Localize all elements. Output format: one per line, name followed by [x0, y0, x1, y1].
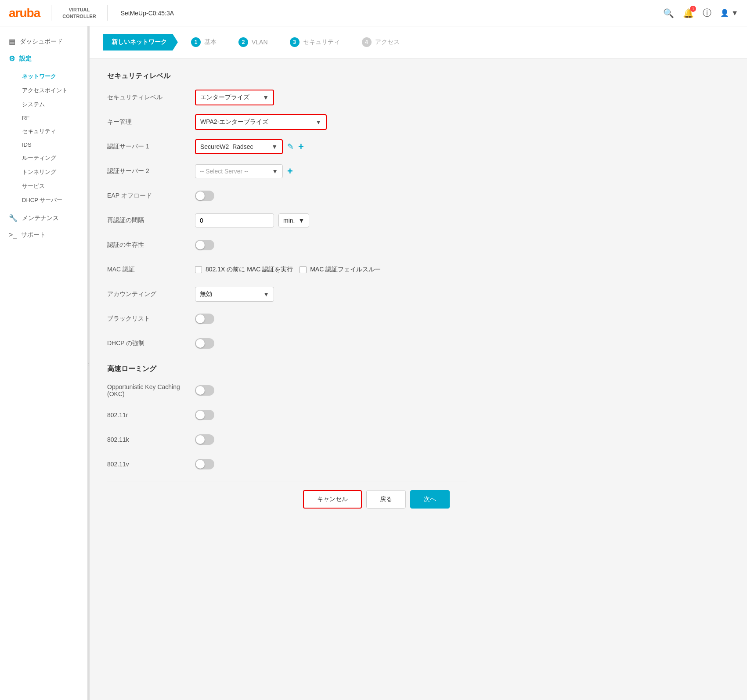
- eap-offload-knob: [196, 191, 205, 200]
- auth-server2-label: 認証サーバー 2: [107, 167, 195, 175]
- dot11k-control: [195, 434, 214, 445]
- sidebar-item-support[interactable]: >_ サポート: [0, 227, 87, 243]
- sidebar-item-tunneling[interactable]: トンネリング: [9, 165, 87, 179]
- form-row-dot11r: 802.11r: [107, 407, 467, 423]
- sidebar-network-label: ネットワーク: [22, 73, 56, 79]
- auth-server1-edit-icon[interactable]: ✎: [287, 142, 294, 152]
- support-icon: >_: [9, 231, 17, 239]
- sidebar-item-security[interactable]: セキュリティ: [9, 124, 87, 138]
- dot11v-label: 802.11v: [107, 461, 195, 468]
- back-button[interactable]: 戻る: [366, 490, 406, 509]
- sidebar-dhcp-label: DHCP サーバー: [22, 197, 62, 203]
- sidebar-sub-settings: ネットワーク アクセスポイント システム RF セキュリティ IDS ルーティン…: [0, 67, 87, 209]
- sidebar-system-label: システム: [22, 101, 45, 108]
- wizard-step-3[interactable]: 3 セキュリティ: [277, 33, 349, 51]
- security-level-control: エンタープライズ ▼: [195, 90, 274, 105]
- sidebar-security-label: セキュリティ: [22, 128, 56, 134]
- form-row-accounting: アカウンティング 無効 ▼: [107, 286, 467, 302]
- search-icon[interactable]: 🔍: [663, 8, 674, 18]
- sidebar-support-label: サポート: [21, 231, 46, 239]
- accounting-label: アカウンティング: [107, 290, 195, 298]
- header-divider2: [107, 5, 108, 21]
- wizard-step4-num: 4: [362, 37, 372, 47]
- dot11r-label: 802.11r: [107, 411, 195, 419]
- mac-auth-failthrough-label: MAC 認証フェイルスルー: [310, 266, 381, 274]
- reauth-unit-select[interactable]: min. ▼: [278, 213, 309, 227]
- blacklist-control: [195, 314, 214, 324]
- dhcp-enforce-control: [195, 338, 214, 349]
- dot11r-toggle[interactable]: [195, 410, 214, 420]
- sidebar-item-maintenance[interactable]: 🔧 メンテナンス: [0, 209, 87, 227]
- security-level-chevron-icon: ▼: [263, 94, 269, 101]
- form-row-eap-offload: EAP オフロード: [107, 188, 467, 204]
- blacklist-toggle[interactable]: [195, 314, 214, 324]
- key-management-label: キー管理: [107, 118, 195, 126]
- form-row-dot11k: 802.11k: [107, 432, 467, 447]
- dot11v-knob: [196, 460, 205, 469]
- reauth-input[interactable]: 0: [195, 213, 274, 227]
- form-row-reauth: 再認証の間隔 0 min. ▼: [107, 213, 467, 228]
- aruba-logo: aruba: [9, 6, 40, 20]
- wizard-step2-num: 2: [238, 37, 248, 47]
- accounting-select[interactable]: 無効 ▼: [195, 287, 274, 302]
- blacklist-knob: [196, 314, 205, 323]
- security-level-select[interactable]: エンタープライズ ▼: [195, 90, 274, 105]
- sidebar-item-ids[interactable]: IDS: [9, 138, 87, 151]
- key-management-select[interactable]: WPA2-エンタープライズ ▼: [195, 114, 327, 130]
- dot11k-toggle[interactable]: [195, 434, 214, 445]
- dot11v-toggle[interactable]: [195, 459, 214, 469]
- wizard-step-4[interactable]: 4 アクセス: [349, 33, 408, 51]
- header: aruba VIRTUAL CONTROLLER SetMeUp-C0:45:3…: [0, 0, 747, 26]
- auth-server1-label: 認証サーバー 1: [107, 143, 195, 151]
- mac-auth-label: MAC 認証: [107, 266, 195, 274]
- reauth-control: 0 min. ▼: [195, 213, 309, 227]
- wizard-step-1[interactable]: 1 基本: [178, 33, 225, 51]
- reauth-unit-value: min.: [283, 217, 295, 224]
- help-icon[interactable]: ⓘ: [703, 7, 711, 19]
- wizard-step-new[interactable]: 新しいネットワーク: [103, 34, 178, 51]
- okc-toggle[interactable]: [195, 385, 214, 396]
- sidebar-item-dashboard[interactable]: ▤ ダッシュボード: [0, 33, 87, 50]
- wizard-step1-label: 基本: [204, 38, 217, 46]
- sidebar-item-settings[interactable]: ⚙ 設定: [0, 50, 87, 67]
- user-icon: 👤: [720, 9, 729, 17]
- auth-server2-select[interactable]: -- Select Server -- ▼: [195, 164, 283, 178]
- notifications-icon[interactable]: 🔔 1: [683, 8, 694, 18]
- header-logo: aruba VIRTUAL CONTROLLER SetMeUp-C0:45:3…: [9, 5, 174, 21]
- cancel-button[interactable]: キャンセル: [303, 490, 362, 509]
- sidebar-item-network[interactable]: ネットワーク: [9, 69, 87, 83]
- sidebar-item-routing[interactable]: ルーティング: [9, 151, 87, 165]
- mac-auth-before-8021x-group: 802.1X の前に MAC 認証を実行: [195, 266, 293, 274]
- main-content: 新しいネットワーク 1 基本 2 VLAN 3 セキュリティ 4 アクセス セキ…: [90, 26, 747, 700]
- form-row-mac-auth: MAC 認証 802.1X の前に MAC 認証を実行 MAC 認証フェイルスル…: [107, 262, 467, 278]
- auth-server1-add-icon[interactable]: +: [298, 141, 304, 152]
- wizard-step2-label: VLAN: [252, 39, 268, 46]
- eap-offload-toggle[interactable]: [195, 191, 214, 201]
- sidebar-item-dhcp[interactable]: DHCP サーバー: [9, 193, 87, 207]
- dot11r-knob: [196, 411, 205, 419]
- next-button[interactable]: 次へ: [410, 490, 450, 509]
- wizard-step-2[interactable]: 2 VLAN: [225, 33, 277, 51]
- sidebar-item-services[interactable]: サービス: [9, 179, 87, 193]
- sidebar-maintenance-label: メンテナンス: [22, 214, 59, 222]
- key-management-chevron-icon: ▼: [315, 119, 321, 126]
- auth-server2-add-icon[interactable]: +: [287, 166, 293, 177]
- sidebar-item-system[interactable]: システム: [9, 97, 87, 112]
- sidebar-item-accesspoint[interactable]: アクセスポイント: [9, 83, 87, 97]
- sidebar-item-rf[interactable]: RF: [9, 112, 87, 124]
- wizard-step4-label: アクセス: [375, 38, 400, 46]
- sidebar-item-settings-label: 設定: [19, 55, 32, 63]
- auth-server2-value: -- Select Server --: [200, 168, 248, 175]
- user-menu[interactable]: 👤 ▼: [720, 9, 738, 17]
- dashboard-icon: ▤: [9, 37, 15, 46]
- auth-survivability-toggle[interactable]: [195, 240, 214, 250]
- auth-server1-select[interactable]: SecureW2_Radsec ▼: [195, 139, 283, 154]
- mac-auth-failthrough-checkbox[interactable]: [300, 266, 307, 273]
- dhcp-enforce-toggle[interactable]: [195, 338, 214, 349]
- auth-survivability-label: 認証の生存性: [107, 241, 195, 249]
- wizard-step3-num: 3: [290, 37, 300, 47]
- sidebar-item-dashboard-label: ダッシュボード: [20, 38, 63, 46]
- mac-auth-control: 802.1X の前に MAC 認証を実行 MAC 認証フェイルスルー: [195, 266, 381, 274]
- blacklist-label: ブラックリスト: [107, 315, 195, 323]
- mac-auth-before-8021x-checkbox[interactable]: [195, 266, 202, 273]
